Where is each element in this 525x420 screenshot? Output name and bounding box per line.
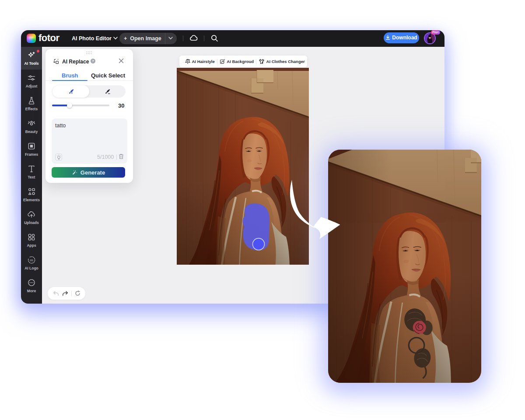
svg-text:co: co	[30, 259, 33, 262]
